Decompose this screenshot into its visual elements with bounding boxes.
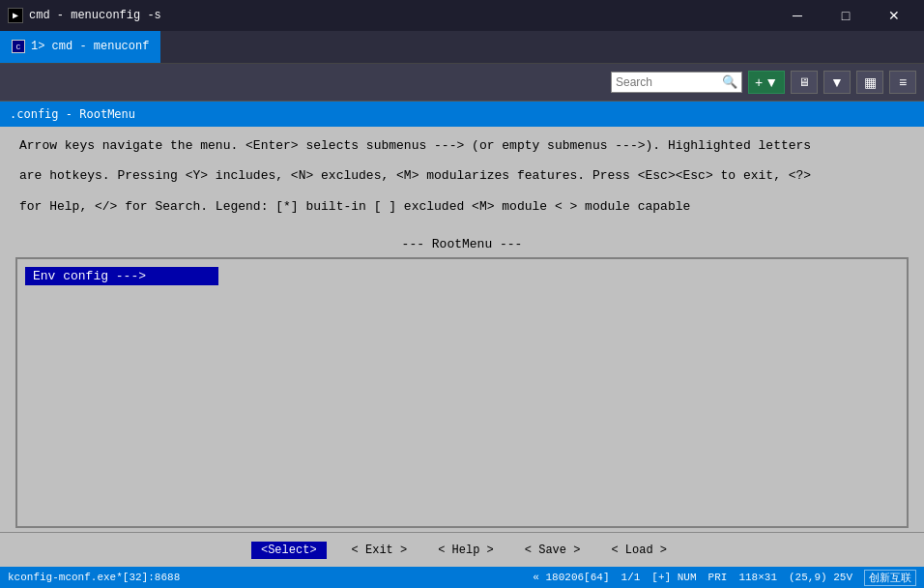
add-button[interactable]: + ▼ — [748, 71, 785, 94]
status-info3: [+] NUM — [651, 572, 696, 583]
menuconfig-panel: Arrow keys navigate the menu. <Enter> se… — [0, 127, 924, 568]
menu-list-area[interactable]: Env config ---> — [15, 257, 909, 528]
status-info6: (25,9) 25V — [789, 572, 852, 583]
info-section: Arrow keys navigate the menu. <Enter> se… — [0, 127, 924, 234]
exit-button[interactable]: < Exit > — [346, 542, 414, 559]
bottom-bar: <Select> < Exit > < Help > < Save > < Lo… — [0, 532, 924, 567]
status-info5: 118×31 — [738, 572, 777, 583]
dropdown-arrow: ▼ — [765, 74, 778, 90]
window-icon: ▶ — [8, 8, 23, 23]
window-title: cmd - menuconfig -s — [29, 9, 775, 22]
title-bar: ▶ cmd - menuconfig -s ─ □ ✕ — [0, 0, 924, 31]
search-box[interactable]: 🔍 — [611, 72, 742, 93]
menu-button[interactable]: ≡ — [889, 71, 916, 94]
dropdown-button[interactable]: ▼ — [823, 71, 851, 94]
tab-bar: C 1> cmd - menuconf — [0, 31, 924, 64]
monitor-button[interactable]: 🖥 — [791, 71, 818, 94]
window-controls: ─ □ ✕ — [775, 0, 916, 31]
load-button[interactable]: < Load > — [605, 542, 673, 559]
status-right: « 180206[64] 1/1 [+] NUM PRI 118×31 (25,… — [533, 570, 916, 586]
status-info2: 1/1 — [621, 572, 641, 583]
panel-title: --- RootMenu --- — [0, 233, 924, 253]
content-area: Arrow keys navigate the menu. <Enter> se… — [0, 127, 924, 568]
info-line3: for Help, </> for Search. Legend: [*] bu… — [19, 197, 905, 217]
save-button[interactable]: < Save > — [519, 542, 587, 559]
plus-icon: + — [755, 74, 763, 90]
address-bar: .config - RootMenu — [0, 102, 924, 127]
maximize-button[interactable]: □ — [823, 0, 868, 31]
close-button[interactable]: ✕ — [872, 0, 916, 31]
minimize-button[interactable]: ─ — [775, 0, 820, 31]
select-button[interactable]: <Select> — [251, 542, 327, 559]
status-bar: kconfig-mconf.exe*[32]:8688 « 180206[64]… — [0, 567, 924, 588]
menu-item-selected[interactable]: Env config ---> — [25, 267, 218, 285]
search-icon: 🔍 — [722, 74, 737, 90]
toolbar: 🔍 + ▼ 🖥 ▼ ▦ ≡ — [0, 64, 924, 103]
info-line1: Arrow keys navigate the menu. <Enter> se… — [19, 136, 905, 156]
help-button[interactable]: < Help > — [432, 542, 500, 559]
grid-button[interactable]: ▦ — [856, 71, 883, 94]
address-text: .config - RootMenu — [10, 107, 135, 121]
tab-icon: C — [12, 40, 25, 53]
tab-item[interactable]: C 1> cmd - menuconf — [0, 31, 160, 63]
info-line2: are hotkeys. Pressing <Y> includes, <N> … — [19, 166, 905, 186]
status-info4: PRI — [708, 572, 728, 583]
watermark-text: 创新互联 — [864, 570, 916, 586]
status-info1: « 180206[64] — [533, 572, 609, 583]
status-process: kconfig-mconf.exe*[32]:8688 — [8, 572, 180, 583]
main-window: ▶ cmd - menuconfig -s ─ □ ✕ C 1> cmd - m… — [0, 0, 924, 588]
tab-label: 1> cmd - menuconf — [31, 40, 149, 53]
search-input[interactable] — [616, 75, 722, 89]
